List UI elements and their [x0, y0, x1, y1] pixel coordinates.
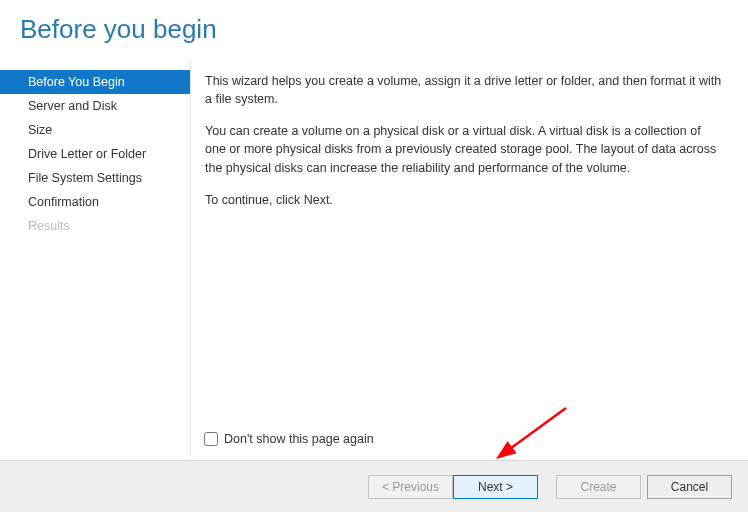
next-button[interactable]: Next > — [453, 475, 538, 499]
dont-show-again-label: Don't show this page again — [224, 432, 374, 446]
sidebar: Before You Begin Server and Disk Size Dr… — [0, 60, 190, 458]
content-pane: This wizard helps you create a volume, a… — [190, 60, 748, 458]
dont-show-again-row[interactable]: Don't show this page again — [204, 432, 374, 446]
intro-paragraph-2: You can create a volume on a physical di… — [205, 122, 724, 176]
sidebar-item-size[interactable]: Size — [0, 118, 190, 142]
intro-paragraph-1: This wizard helps you create a volume, a… — [205, 72, 724, 108]
button-bar: < Previous Next > Create Cancel — [0, 460, 748, 512]
dont-show-again-checkbox[interactable] — [204, 432, 218, 446]
sidebar-item-drive-letter-or-folder[interactable]: Drive Letter or Folder — [0, 142, 190, 166]
create-button: Create — [556, 475, 641, 499]
page-title: Before you begin — [0, 0, 748, 51]
previous-button: < Previous — [368, 475, 453, 499]
sidebar-item-confirmation[interactable]: Confirmation — [0, 190, 190, 214]
sidebar-item-file-system-settings[interactable]: File System Settings — [0, 166, 190, 190]
sidebar-item-server-and-disk[interactable]: Server and Disk — [0, 94, 190, 118]
sidebar-item-before-you-begin[interactable]: Before You Begin — [0, 70, 190, 94]
sidebar-item-results: Results — [0, 214, 190, 238]
cancel-button[interactable]: Cancel — [647, 475, 732, 499]
wizard-body: Before You Begin Server and Disk Size Dr… — [0, 60, 748, 458]
intro-paragraph-3: To continue, click Next. — [205, 191, 724, 209]
